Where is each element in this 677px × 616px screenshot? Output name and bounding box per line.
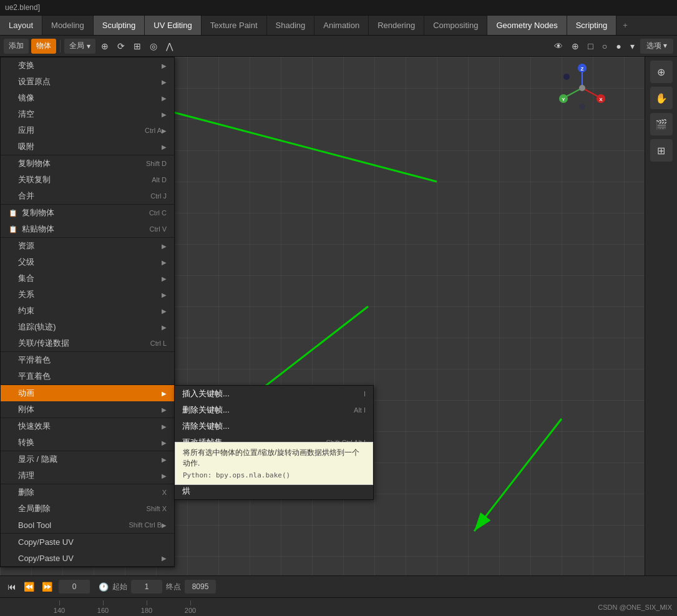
menu-item-rigid-body[interactable]: 刚体 ▶	[1, 401, 174, 418]
viewport-shading-5[interactable]: ●	[613, 39, 624, 54]
start-frame-input[interactable]	[131, 580, 162, 594]
viewport-shading-2[interactable]: ⊕	[568, 39, 582, 54]
viewport-shading-4[interactable]: ○	[599, 39, 610, 54]
title-bar: ue2.blend]	[0, 0, 677, 16]
menu-item-copy-paste-uv-2[interactable]: Copy/Paste UV ▶	[1, 550, 174, 566]
viewport-shading-toggle[interactable]: ▾	[627, 39, 638, 54]
current-frame-input[interactable]	[59, 580, 90, 594]
start-label: 起始	[112, 582, 127, 592]
viewport-shading-1[interactable]: 👁	[551, 39, 566, 54]
tab-modeling[interactable]: Modeling	[42, 16, 94, 35]
tab-layout[interactable]: Layout	[0, 16, 42, 35]
end-label: 终点	[166, 582, 181, 592]
menu-item-smooth-shade[interactable]: 平滑着色	[1, 352, 174, 368]
ruler-mark-180: 180	[125, 600, 168, 614]
global-select[interactable]: 全局 ▾	[64, 39, 95, 54]
menu-item-mirror[interactable]: 镜像 ▶	[1, 90, 174, 106]
add-button[interactable]: 添加	[4, 39, 29, 54]
menu-item-duplicate[interactable]: 复制物体 Shift D	[1, 155, 174, 172]
menu-item-parent[interactable]: 父级 ▶	[1, 254, 174, 270]
window-title: ue2.blend]	[5, 3, 40, 12]
toolbar-separator-1	[60, 40, 61, 52]
end-frame-input[interactable]	[185, 580, 216, 594]
tab-scripting[interactable]: Scripting	[567, 16, 617, 35]
cursor-tool-icon[interactable]: ⊕	[650, 61, 673, 83]
animation-submenu: 插入关键帧... I 删除关键帧... Alt I 清除关键帧...	[174, 385, 374, 500]
ruler-mark-160: 160	[81, 600, 125, 614]
submenu-clear-keyframe[interactable]: 清除关键帧...	[175, 418, 373, 434]
ruler-mark-140: 140	[37, 600, 81, 614]
tab-shading[interactable]: Shading	[267, 16, 315, 35]
menu-section-3: 📋 复制物体 Ctrl C 📋 粘贴物体 Ctrl V	[1, 205, 174, 238]
menu-item-clear[interactable]: 清空 ▶	[1, 106, 174, 122]
jump-start-button[interactable]: ⏮	[5, 580, 19, 593]
tooltip-python: Python: bpy.ops.nla.bake()	[183, 471, 365, 479]
menu-item-join[interactable]: 合并 Ctrl J	[1, 188, 174, 204]
ruler-mark-200: 200	[168, 600, 212, 614]
options-button[interactable]: 选项 ▾	[640, 39, 673, 54]
viewport-shading-3[interactable]: □	[585, 39, 596, 54]
menu-item-quick-effects[interactable]: 快速效果 ▶	[1, 418, 174, 434]
menu-item-cleanup[interactable]: 清理 ▶	[1, 467, 174, 484]
menu-section-7: 快速效果 ▶ 转换 ▶	[1, 418, 174, 451]
submenu-insert-keyframe[interactable]: 插入关键帧... I	[175, 386, 373, 402]
tab-rendering[interactable]: Rendering	[369, 16, 424, 35]
menu-item-relations[interactable]: 关系 ▶	[1, 286, 174, 303]
menu-section-5: 平滑着色 平直着色	[1, 352, 174, 385]
tab-uv-editing[interactable]: UV Editing	[145, 16, 201, 35]
tooltip-description: 将所有选中物体的位置/缩放/旋转动画数据烘焙到一个动作.	[183, 447, 365, 469]
svg-point-11	[563, 74, 570, 80]
menu-item-convert[interactable]: 转换 ▶	[1, 434, 174, 451]
menu-item-copy-paste-uv-1[interactable]: Copy/Paste UV	[1, 534, 174, 550]
global-label: 全局	[69, 41, 84, 51]
menu-section-4: 资源 ▶ 父级 ▶ 集合 ▶ 关系 ▶	[1, 238, 174, 352]
menu-item-paste-obj[interactable]: 📋 粘贴物体 Ctrl V	[1, 221, 174, 237]
main-area: Z X Y	[0, 57, 677, 575]
viewport-btn-4[interactable]: ◎	[147, 39, 160, 54]
menu-item-snap[interactable]: 吸附 ▶	[1, 139, 174, 155]
move-tool-icon[interactable]: ✋	[650, 87, 673, 109]
menu-item-asset[interactable]: 资源 ▶	[1, 238, 174, 254]
chevron-down-icon: ▾	[87, 42, 90, 51]
tab-animation[interactable]: Animation	[314, 16, 369, 35]
submenu-delete-keyframe[interactable]: 删除关键帧... Alt I	[175, 402, 373, 418]
next-keyframe-button[interactable]: ⏩	[39, 580, 55, 593]
menu-item-collection[interactable]: 集合 ▶	[1, 270, 174, 286]
context-menu: 变换 ▶ 设置原点 ▶ 镜像 ▶ 清空 ▶	[0, 57, 175, 567]
menu-item-show-hide[interactable]: 显示 / 隐藏 ▶	[1, 451, 174, 467]
prev-keyframe-button[interactable]: ⏪	[21, 580, 37, 593]
menu-item-bool-tool[interactable]: Bool Tool Shift Ctrl B ▶	[1, 517, 174, 533]
menu-item-link-data[interactable]: 关联/传递数据 Ctrl L	[1, 335, 174, 351]
tooltip: 将所有选中物体的位置/缩放/旋转动画数据烘焙到一个动作. Python: bpy…	[175, 442, 373, 485]
tab-sculpting[interactable]: Sculpting	[94, 16, 145, 35]
menu-item-apply[interactable]: 应用 Ctrl A ▶	[1, 122, 174, 139]
viewport-btn-3[interactable]: ⊞	[130, 39, 144, 54]
menu-item-linked-dup[interactable]: 关联复制 Alt D	[1, 172, 174, 188]
gizmo[interactable]: Z X Y	[557, 63, 607, 113]
tab-compositing[interactable]: Compositing	[424, 16, 487, 35]
object-button[interactable]: 物体	[31, 39, 56, 54]
menu-item-constraints[interactable]: 约束 ▶	[1, 303, 174, 319]
menu-section-1: 变换 ▶ 设置原点 ▶ 镜像 ▶ 清空 ▶	[1, 57, 174, 155]
menu-item-animation[interactable]: 动画 ▶ 插入关键帧... I 删除关键帧... Alt I	[1, 385, 174, 401]
tab-texture-paint[interactable]: Texture Paint	[202, 16, 267, 35]
add-tab-button[interactable]: +	[616, 16, 634, 35]
tab-geometry-nodes[interactable]: Geometry Nodes	[487, 16, 567, 35]
menu-item-transform[interactable]: 变换 ▶	[1, 57, 174, 74]
submenu-bake-partial[interactable]: 烘	[175, 483, 373, 499]
menu-item-track[interactable]: 追踪(轨迹) ▶	[1, 319, 174, 335]
grid-tool-icon[interactable]: ⊞	[650, 139, 673, 162]
viewport-btn-2[interactable]: ⟳	[114, 39, 128, 54]
menu-section-2: 复制物体 Shift D 关联复制 Alt D 合并 Ctrl J	[1, 155, 174, 205]
menu-section-animation: 动画 ▶ 插入关键帧... I 删除关键帧... Alt I	[1, 385, 174, 418]
menu-item-flat-shade[interactable]: 平直着色	[1, 368, 174, 384]
menu-item-copy-obj[interactable]: 📋 复制物体 Ctrl C	[1, 205, 174, 221]
menu-item-delete-global[interactable]: 全局删除 Shift X	[1, 501, 174, 517]
menu-item-set-origin[interactable]: 设置原点 ▶	[1, 74, 174, 90]
viewport-btn-5[interactable]: ⋀	[163, 39, 176, 54]
viewport-btn-1[interactable]: ⊕	[98, 39, 112, 54]
menu-section-9: 删除 X 全局删除 Shift X Bool Tool Shift Ctrl B…	[1, 484, 174, 534]
viewport[interactable]: Z X Y	[0, 57, 645, 575]
menu-item-delete[interactable]: 删除 X	[1, 484, 174, 501]
camera-icon[interactable]: 🎬	[650, 113, 673, 135]
